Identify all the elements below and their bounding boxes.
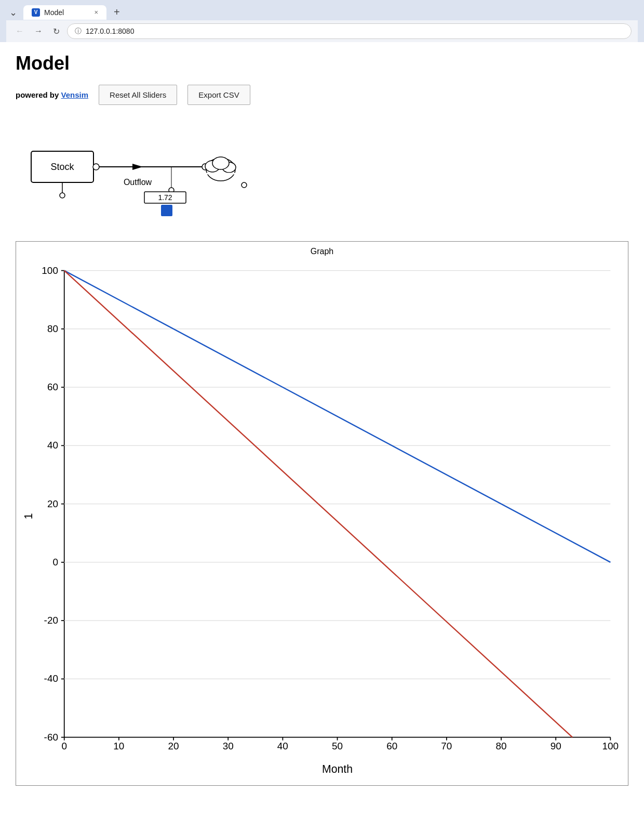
svg-text:70: 70 [441,741,452,751]
page-title: Model [16,52,628,74]
outflow-label: Outflow [124,178,152,187]
graph-title: Graph [21,247,623,256]
chart-svg: 1 100 80 60 40 [21,258,623,780]
svg-text:10: 10 [113,741,124,751]
tab-dropdown[interactable]: ⌄ [6,5,20,20]
tab-close-icon[interactable]: × [94,8,98,16]
svg-text:100: 100 [602,741,619,751]
blue-line [64,271,611,562]
powered-by-text: powered by [16,90,61,99]
svg-text:50: 50 [332,741,343,751]
svg-text:20: 20 [168,741,179,751]
nav-bar: ← → ↻ ⓘ 127.0.0.1:8080 [6,20,638,42]
svg-text:90: 90 [551,741,561,751]
tab-bar: ⌄ V Model × + [6,4,638,20]
address-bar[interactable]: ⓘ 127.0.0.1:8080 [67,23,632,39]
export-csv-button[interactable]: Export CSV [187,85,250,105]
slider-value-text: 1.72 [158,193,172,202]
svg-text:0: 0 [52,557,58,568]
svg-text:20: 20 [47,498,58,509]
toolbar: powered by Vensim Reset All Sliders Expo… [16,85,628,105]
svg-text:80: 80 [496,741,507,751]
svg-point-8 [212,157,229,169]
tab-favicon: V [32,8,40,17]
new-tab-button[interactable]: + [110,4,124,20]
svg-text:100: 100 [42,265,58,276]
svg-text:80: 80 [47,323,58,334]
svg-text:40: 40 [47,440,58,451]
forward-button[interactable]: → [31,25,46,37]
diagram-svg: Stock Outflow [16,123,286,221]
powered-by: powered by Vensim [16,90,88,99]
browser-chrome: ⌄ V Model × + ← → ↻ ⓘ 127.0.0.1:8080 [0,0,644,42]
svg-text:0: 0 [61,741,67,751]
back-button[interactable]: ← [12,25,27,37]
info-icon: ⓘ [75,27,82,36]
stock-label: Stock [50,162,74,172]
x-axis-label: Month [322,763,353,775]
svg-text:-60: -60 [44,732,58,743]
svg-text:-40: -40 [44,673,58,684]
page-content: Model powered by Vensim Reset All Slider… [0,42,644,796]
slider-handle [161,205,172,216]
svg-text:30: 30 [223,741,234,751]
svg-text:-20: -20 [44,615,58,626]
url-text: 127.0.0.1:8080 [86,27,134,35]
svg-text:40: 40 [277,741,288,751]
graph-container: Graph 1 100 80 60 [16,241,628,786]
diagram-area: Stock Outflow [16,117,628,227]
browser-tab[interactable]: V Model × [23,5,106,20]
reload-button[interactable]: ↻ [50,25,63,37]
vensim-link[interactable]: Vensim [61,90,89,99]
reset-sliders-button[interactable]: Reset All Sliders [99,85,177,105]
svg-marker-2 [132,164,143,170]
svg-point-3 [93,164,99,170]
svg-point-10 [242,182,247,188]
svg-text:60: 60 [386,741,397,751]
y-axis-label: 1 [22,513,35,519]
svg-point-15 [60,193,65,198]
tab-title: Model [44,8,64,17]
svg-text:60: 60 [47,381,58,392]
